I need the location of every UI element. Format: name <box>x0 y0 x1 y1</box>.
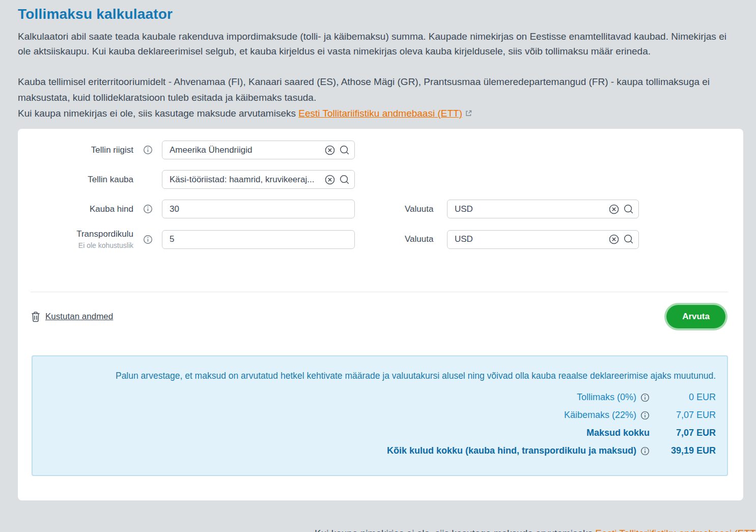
customs-duty-value: 0 EUR <box>650 392 716 403</box>
ett-database-link[interactable]: Eesti Tollitariifistiku andmebaasi (ETT) <box>298 108 462 119</box>
form-divider <box>31 292 728 292</box>
ett-note-line: Kui kaupa nimekirjas ei ole, siis kasuta… <box>18 105 738 121</box>
country-search-icon[interactable] <box>339 145 350 156</box>
next-section-ett-link[interactable]: Eesti Tollitariifistiku andmebaasi (ETT) <box>595 528 756 532</box>
calculate-button[interactable]: Arvuta <box>666 305 725 328</box>
goods-label: Tellin kauba <box>88 175 133 185</box>
territories-note: Kauba tellimisel eriterritooriumidelt - … <box>18 74 738 105</box>
country-clear-icon[interactable] <box>324 145 335 156</box>
goods-search-icon[interactable] <box>339 174 350 185</box>
currency1-search-icon[interactable] <box>623 204 634 215</box>
external-link-icon <box>465 110 472 117</box>
form-row-transport: Transpordikulu Ei ole kohustuslik Valuut… <box>18 229 743 248</box>
country-label: Tellin riigist <box>91 145 133 155</box>
transport-info-icon[interactable] <box>133 235 162 244</box>
calculator-form: Tellin riigist Tellin kauba <box>18 129 743 248</box>
country-info-icon[interactable] <box>133 145 162 155</box>
transport-input[interactable] <box>162 230 355 249</box>
country-field-wrap <box>162 141 355 159</box>
result-row-grand-total: Kõik kulud kokku (kauba hind, transpordi… <box>44 442 716 460</box>
price-input[interactable] <box>162 200 355 218</box>
customs-duty-label: Tollimaks (0%) <box>577 392 636 403</box>
results-rows: Tollimaks (0%) 0 EUR Käibemaks (22%) 7,0… <box>44 388 716 460</box>
clear-data-link[interactable]: Kustutan andmed <box>31 311 113 322</box>
currency2-clear-icon[interactable] <box>608 234 620 245</box>
taxes-total-value: 7,07 EUR <box>650 428 716 438</box>
currency2-label: Valuuta <box>405 234 437 244</box>
price-label: Kauba hind <box>90 204 133 214</box>
form-row-price: Kauba hind Valuuta <box>18 200 743 218</box>
currency1-clear-icon[interactable] <box>608 204 620 215</box>
results-box: Palun arvestage, et maksud on arvutatud … <box>32 355 728 476</box>
goods-clear-icon[interactable] <box>324 174 335 185</box>
transport-label: Transpordikulu <box>76 229 133 239</box>
next-section-prefix: Kui kaupa nimekirjas ei ole, siis kasuta… <box>315 528 593 532</box>
ett-note-prefix: Kui kaupa nimekirjas ei ole, siis kasuta… <box>18 108 296 119</box>
vat-info-icon[interactable] <box>640 411 650 420</box>
currency1-field-wrap <box>447 200 639 218</box>
goods-field-wrap <box>162 170 355 189</box>
results-notice: Palun arvestage, et maksud on arvutatud … <box>44 370 716 381</box>
result-row-taxes-total: Maksud kokku 7,07 EUR <box>44 424 716 442</box>
vat-label: Käibemaks (22%) <box>564 410 636 421</box>
territories-note-block: Kauba tellimisel eriterritooriumidelt - … <box>18 74 738 121</box>
page-title: Tollimaksu kalkulaator <box>18 6 743 22</box>
result-row-vat: Käibemaks (22%) 7,07 EUR <box>44 406 716 424</box>
next-section-partial-text: Kui kaupa nimekirjas ei ole, siis kasuta… <box>315 528 756 532</box>
currency1-label: Valuuta <box>405 204 437 214</box>
customs-duty-info-icon[interactable] <box>640 393 650 402</box>
result-row-customs: Tollimaks (0%) 0 EUR <box>44 388 716 406</box>
grand-total-value: 39,19 EUR <box>650 445 716 456</box>
price-field-wrap <box>162 200 355 218</box>
form-row-goods: Tellin kauba <box>18 170 743 189</box>
calculator-card: Tellin riigist Tellin kauba <box>18 129 743 500</box>
form-row-country: Tellin riigist <box>18 141 743 159</box>
currency2-search-icon[interactable] <box>623 234 634 245</box>
vat-value: 7,07 EUR <box>650 410 716 421</box>
grand-total-info-icon[interactable] <box>640 446 650 456</box>
trash-icon <box>31 311 41 322</box>
page-content: Tollimaksu kalkulaator Kalkulaatori abil… <box>0 6 756 500</box>
actions-row: Kustutan andmed Arvuta <box>31 304 728 328</box>
currency2-field-wrap <box>447 230 639 249</box>
transport-sublabel: Ei ole kohustuslik <box>78 241 133 249</box>
taxes-total-label: Maksud kokku <box>586 428 650 438</box>
clear-data-label: Kustutan andmed <box>45 312 113 322</box>
price-info-icon[interactable] <box>133 204 162 214</box>
transport-field-wrap <box>162 230 355 249</box>
intro-paragraph: Kalkulaatori abil saate teada kaubale ra… <box>18 29 737 59</box>
grand-total-label: Kõik kulud kokku (kauba hind, transpordi… <box>387 445 636 456</box>
